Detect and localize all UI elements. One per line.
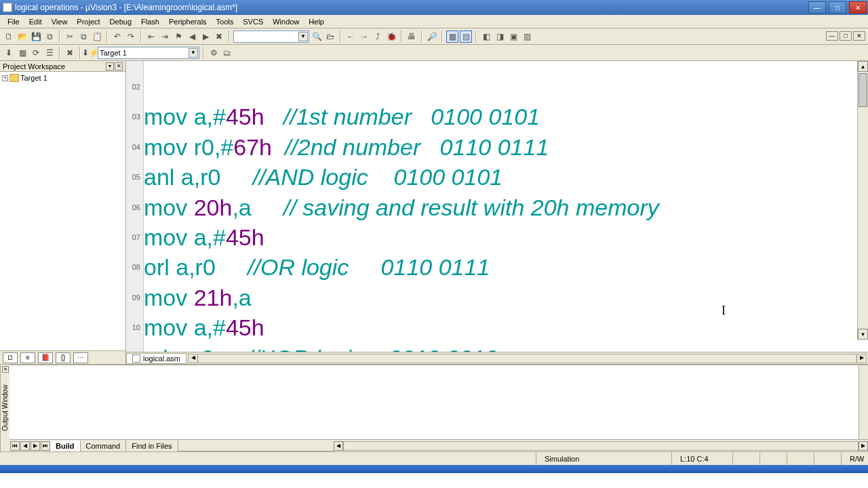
- status-cap: [732, 453, 760, 465]
- output-tab-last-icon[interactable]: ⏭: [41, 441, 50, 451]
- workspace-tab-files-icon[interactable]: 🗋: [3, 352, 18, 363]
- mdi-close-button[interactable]: ✕: [853, 31, 865, 41]
- manage-icon[interactable]: 🗂: [221, 47, 233, 59]
- rebuild-icon[interactable]: ⟳: [30, 47, 42, 59]
- bookmark-clear-icon[interactable]: ✖: [213, 30, 225, 43]
- tool2-icon[interactable]: ◨: [494, 30, 506, 43]
- options-icon[interactable]: ⚙: [208, 47, 220, 59]
- output-tab-first-icon[interactable]: ⏮: [10, 441, 20, 451]
- title-bar: logical operations - µVision3 - [E:\Alea…: [0, 0, 868, 15]
- bookmark-prev-icon[interactable]: ◀: [186, 30, 198, 43]
- tool4-icon[interactable]: ▥: [521, 30, 533, 43]
- zoom-icon[interactable]: 🔎: [426, 30, 438, 43]
- menu-debug[interactable]: Debug: [105, 16, 136, 27]
- menu-file[interactable]: File: [3, 16, 24, 27]
- status-ovr: [814, 453, 841, 465]
- menu-view[interactable]: View: [47, 16, 73, 27]
- workspace-close-icon[interactable]: ✕: [115, 62, 123, 70]
- menu-peripherals[interactable]: Peripherals: [164, 16, 212, 27]
- menu-svcs[interactable]: SVCS: [238, 16, 268, 27]
- workspace-tab-books-icon[interactable]: 📕: [38, 352, 53, 363]
- menu-tools[interactable]: Tools: [212, 16, 239, 27]
- indent-left-icon[interactable]: ⇤: [145, 30, 157, 43]
- nav-up-icon[interactable]: ⤴: [372, 30, 384, 43]
- output-hscroll-right-icon[interactable]: ▶: [859, 441, 868, 451]
- output-tab-find[interactable]: Find in Files: [126, 441, 178, 451]
- window-tile-icon[interactable]: ▦: [446, 30, 458, 43]
- debug-icon[interactable]: 🐞: [385, 30, 397, 43]
- nav-back-icon[interactable]: ←: [344, 30, 357, 43]
- workspace-tabs: 🗋 ≡ 📕 {} ⋯: [0, 350, 125, 364]
- menu-edit[interactable]: Edit: [24, 16, 47, 27]
- project-tree[interactable]: + Target 1: [0, 72, 125, 350]
- minimize-button[interactable]: —: [808, 1, 826, 14]
- scroll-thumb[interactable]: [859, 73, 867, 107]
- cut-icon[interactable]: ✂: [64, 30, 76, 43]
- status-mode: Simulation: [536, 453, 671, 465]
- expand-icon[interactable]: +: [2, 75, 8, 81]
- file-tab-label: logical.asm: [143, 354, 180, 363]
- menu-flash[interactable]: Flash: [136, 16, 164, 27]
- copy-icon[interactable]: ⧉: [77, 30, 90, 43]
- stop-build-icon[interactable]: ✖: [64, 47, 76, 59]
- editor-horizontal-scrollbar[interactable]: ◀ ▶: [188, 354, 867, 363]
- menu-project[interactable]: Project: [72, 16, 104, 27]
- save-all-icon[interactable]: ⧉: [43, 30, 56, 43]
- undo-icon[interactable]: ↶: [111, 30, 123, 43]
- output-horizontal-scrollbar[interactable]: [343, 441, 859, 451]
- workspace-dropdown-icon[interactable]: ▾: [106, 62, 114, 70]
- open-file-icon[interactable]: 📂: [16, 30, 28, 43]
- menu-window[interactable]: Window: [268, 16, 304, 27]
- output-tab-build[interactable]: Build: [50, 441, 81, 451]
- mdi-minimize-button[interactable]: —: [826, 31, 838, 41]
- build-icon[interactable]: ▦: [16, 47, 28, 59]
- batch-build-icon[interactable]: ☰: [43, 47, 56, 59]
- save-icon[interactable]: 💾: [30, 30, 42, 43]
- translate-icon[interactable]: ⬇: [3, 47, 15, 59]
- output-close-icon[interactable]: ✕: [2, 366, 9, 373]
- menu-help[interactable]: Help: [304, 16, 329, 27]
- print-icon[interactable]: 🖶: [406, 30, 418, 43]
- project-workspace-panel: Project Workspace ▾ ✕ + Target 1 🗋 ≡ 📕 {…: [0, 61, 126, 364]
- status-num: [760, 453, 787, 465]
- redo-icon[interactable]: ↷: [125, 30, 137, 43]
- workspace-tab-templates-icon[interactable]: ⋯: [73, 352, 88, 363]
- tree-root-item[interactable]: + Target 1: [1, 73, 124, 83]
- toolbar-build: ⬇ ▦ ⟳ ☰ ✖ ⬇⚡ Target 1 ▼ ⚙ 🗂: [0, 45, 868, 61]
- scroll-up-icon[interactable]: ▲: [858, 61, 868, 72]
- bookmark-icon[interactable]: ⚑: [172, 30, 184, 43]
- find-icon[interactable]: 🔍: [311, 30, 323, 43]
- mdi-window-buttons: — □ ✕: [826, 31, 865, 41]
- status-bar: Simulation L:10 C:4 R/W: [0, 451, 868, 465]
- output-tab-command[interactable]: Command: [81, 441, 127, 451]
- maximize-button[interactable]: □: [829, 1, 846, 14]
- new-file-icon[interactable]: 🗋: [3, 30, 15, 43]
- editor-vertical-scrollbar[interactable]: ▲ ▼: [857, 61, 868, 340]
- output-hscroll-left-icon[interactable]: ◀: [334, 441, 343, 451]
- mdi-restore-button[interactable]: □: [840, 31, 852, 41]
- window-cascade-icon[interactable]: ▤: [460, 30, 472, 43]
- workspace-tab-regs-icon[interactable]: ≡: [20, 352, 35, 363]
- workspace-tab-functions-icon[interactable]: {}: [56, 352, 71, 363]
- output-tab-next-icon[interactable]: ▶: [31, 441, 40, 451]
- output-text-area[interactable]: [9, 365, 868, 439]
- nav-forward-icon[interactable]: →: [358, 30, 370, 43]
- scroll-down-icon[interactable]: ▼: [858, 329, 868, 340]
- editor-file-tab[interactable]: logical.asm: [126, 353, 186, 364]
- indent-right-icon[interactable]: ⇥: [159, 30, 171, 43]
- output-window: Output Window ✕ ⏮ ◀ ▶ ⏭ Build Command Fi…: [0, 365, 868, 451]
- paste-icon[interactable]: 📋: [91, 30, 103, 43]
- folder-icon: [9, 74, 19, 82]
- output-tab-prev-icon[interactable]: ◀: [20, 441, 30, 451]
- bookmark-next-icon[interactable]: ▶: [199, 30, 212, 43]
- code-editor[interactable]: mov a,#45h //1st number 0100 0101mov r0,…: [144, 61, 868, 352]
- download-icon[interactable]: ⬇⚡: [84, 47, 96, 59]
- find-combo[interactable]: ▼: [233, 30, 309, 43]
- tool3-icon[interactable]: ▣: [507, 30, 519, 43]
- tool1-icon[interactable]: ◧: [480, 30, 492, 43]
- find-in-files-icon[interactable]: 🗁: [324, 30, 336, 43]
- output-vertical-scrollbar[interactable]: [859, 365, 868, 439]
- target-combo[interactable]: Target 1 ▼: [98, 47, 199, 59]
- close-button[interactable]: ✕: [849, 1, 867, 14]
- tree-root-label: Target 1: [20, 74, 47, 82]
